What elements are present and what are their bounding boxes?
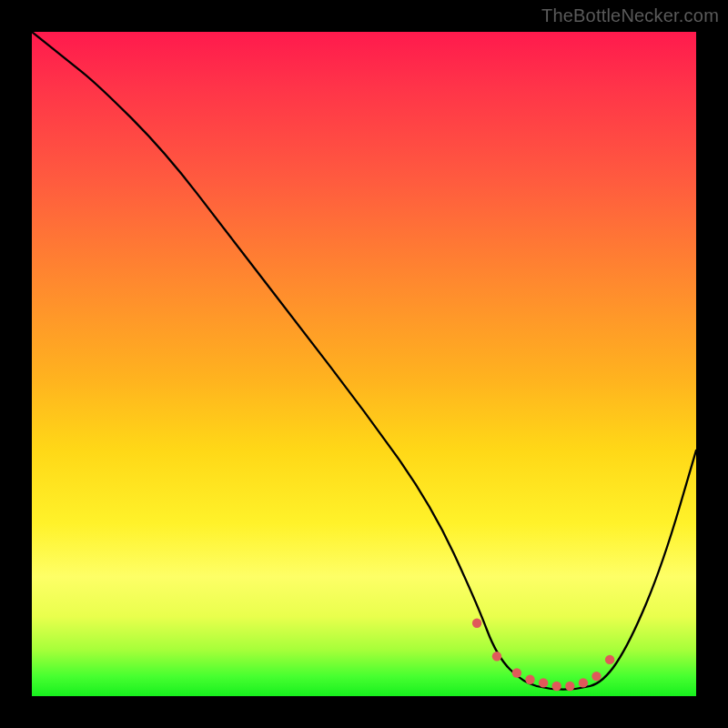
marker-dot <box>472 619 481 628</box>
bottleneck-curve-path <box>32 32 696 690</box>
marker-dot <box>492 652 501 661</box>
marker-dot <box>539 678 548 687</box>
optimal-range-markers <box>472 619 614 692</box>
marker-dot <box>512 668 521 677</box>
marker-dot <box>605 655 614 664</box>
marker-dot <box>552 682 561 691</box>
watermark-text: TheBottleNecker.com <box>541 5 719 26</box>
marker-dot <box>525 675 534 684</box>
curve-svg <box>32 32 696 696</box>
marker-dot <box>579 678 588 687</box>
plot-area <box>32 32 696 696</box>
chart-stage: TheBottleNecker.com <box>0 0 728 728</box>
marker-dot <box>592 672 601 681</box>
marker-dot <box>565 682 574 691</box>
